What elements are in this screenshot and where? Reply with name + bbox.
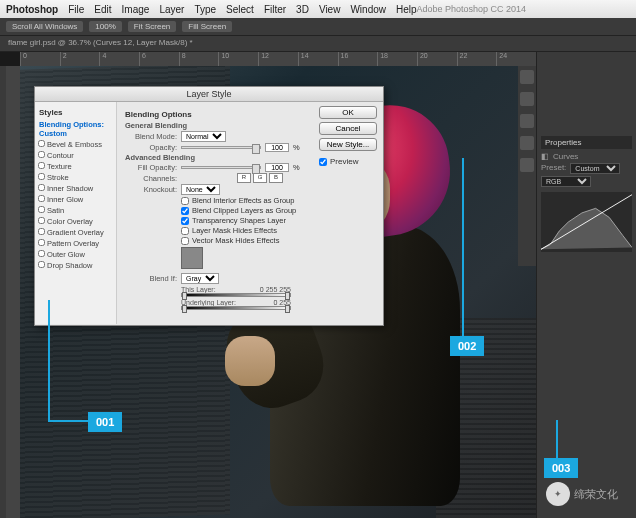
wechat-icon: ✦ (546, 482, 570, 506)
properties-header[interactable]: Properties (541, 136, 632, 149)
knockout-label: Knockout: (125, 185, 177, 194)
sidebar-item-blending[interactable]: Blending Options: Custom (37, 119, 114, 139)
panel-icon[interactable] (520, 136, 534, 150)
fill-slider[interactable] (181, 166, 261, 169)
menu-filter[interactable]: Filter (264, 4, 286, 15)
knockout-select[interactable]: None (181, 184, 220, 195)
channel-g[interactable]: G (253, 173, 267, 183)
sidebar-item-inner-shadow[interactable]: Inner Shadow (37, 183, 114, 194)
opacity-slider[interactable] (181, 146, 261, 149)
sidebar-item-contour[interactable]: Contour (37, 150, 114, 161)
sidebar-item-bevel[interactable]: Bevel & Emboss (37, 139, 114, 150)
sidebar-item-inner-glow[interactable]: Inner Glow (37, 194, 114, 205)
callout-line-2 (462, 158, 464, 338)
preset-label: Preset: (541, 163, 566, 174)
preset-select[interactable]: Custom (570, 163, 620, 174)
options-bar: Scroll All Windows 100% Fit Screen Fill … (0, 18, 636, 36)
dialog-sidebar: Styles Blending Options: Custom Bevel & … (35, 102, 117, 324)
menu-type[interactable]: Type (194, 4, 216, 15)
sidebar-item-texture[interactable]: Texture (37, 161, 114, 172)
menu-help[interactable]: Help (396, 4, 417, 15)
panel-icon[interactable] (520, 114, 534, 128)
dialog-main: Blending Options General Blending Blend … (117, 102, 383, 324)
check-layermask[interactable] (181, 227, 189, 235)
callout-line-1 (48, 300, 50, 420)
sidebar-item-satin[interactable]: Satin (37, 205, 114, 216)
sidebar-item-color-overlay[interactable]: Color Overlay (37, 216, 114, 227)
menu-select[interactable]: Select (226, 4, 254, 15)
color-swatch[interactable] (181, 247, 203, 269)
opacity-input[interactable] (265, 143, 289, 152)
opacity-label: Opacity: (125, 143, 177, 152)
window-title: Adobe Photoshop CC 2014 (416, 0, 526, 18)
cancel-button[interactable]: Cancel (319, 122, 377, 135)
panel-icon[interactable] (520, 70, 534, 84)
sidebar-item-drop-shadow[interactable]: Drop Shadow (37, 260, 114, 271)
panel-icon[interactable] (520, 158, 534, 172)
app-name: Photoshop (6, 4, 58, 15)
opt-100[interactable]: 100% (89, 21, 121, 32)
channel-select[interactable]: RGB (541, 176, 591, 187)
blendif-select[interactable]: Gray (181, 273, 219, 284)
callout-001: 001 (88, 412, 122, 432)
opt-fill[interactable]: Fill Screen (182, 21, 232, 32)
watermark: ✦ 缔荣文化 (546, 482, 618, 506)
menu-image[interactable]: Image (122, 4, 150, 15)
menu-edit[interactable]: Edit (94, 4, 111, 15)
document-tab[interactable]: flame girl.psd @ 36.7% (Curves 12, Layer… (0, 36, 636, 52)
check-transparency[interactable] (181, 217, 189, 225)
ruler-horizontal: 024681012141618202224 (20, 52, 536, 66)
opt-scroll[interactable]: Scroll All Windows (6, 21, 83, 32)
sidebar-item-pattern-overlay[interactable]: Pattern Overlay (37, 238, 114, 249)
channel-b[interactable]: B (269, 173, 283, 183)
styles-header[interactable]: Styles (37, 106, 114, 119)
dialog-title: Layer Style (35, 87, 383, 102)
blend-mode-select[interactable]: Normal (181, 131, 226, 142)
panel-strip (518, 66, 536, 266)
this-layer-slider[interactable]: This Layer:0 255 255 (181, 286, 375, 297)
check-clipped[interactable] (181, 207, 189, 215)
check-interior[interactable] (181, 197, 189, 205)
menu-layer[interactable]: Layer (159, 4, 184, 15)
check-vectormask[interactable] (181, 237, 189, 245)
menu-view[interactable]: View (319, 4, 341, 15)
callout-line-1b (48, 420, 88, 422)
sidebar-item-stroke[interactable]: Stroke (37, 172, 114, 183)
panel-icon[interactable] (520, 92, 534, 106)
adj-type: Curves (553, 152, 578, 161)
opt-fit[interactable]: Fit Screen (128, 21, 176, 32)
right-panels: Properties ◧Curves Preset:Custom RGB (536, 52, 636, 518)
channel-r[interactable]: R (237, 173, 251, 183)
callout-003: 003 (544, 458, 578, 478)
ok-button[interactable]: OK (319, 106, 377, 119)
layer-style-dialog: Layer Style Styles Blending Options: Cus… (34, 86, 384, 326)
sidebar-item-gradient-overlay[interactable]: Gradient Overlay (37, 227, 114, 238)
sidebar-item-outer-glow[interactable]: Outer Glow (37, 249, 114, 260)
ruler-vertical (6, 66, 20, 518)
menu-3d[interactable]: 3D (296, 4, 309, 15)
blendif-label: Blend If: (125, 274, 177, 283)
watermark-text: 缔荣文化 (574, 487, 618, 502)
preview-checkbox[interactable] (319, 158, 327, 166)
callout-line-3 (556, 420, 558, 460)
blend-mode-label: Blend Mode: (125, 132, 177, 141)
curves-icon: ◧ (541, 152, 549, 161)
menu-window[interactable]: Window (350, 4, 386, 15)
tool-bar[interactable] (0, 66, 6, 518)
callout-002: 002 (450, 336, 484, 356)
curves-histogram[interactable] (541, 192, 632, 252)
fill-input[interactable] (265, 163, 289, 172)
channels-label: Channels: (125, 174, 177, 183)
menu-file[interactable]: File (68, 4, 84, 15)
menu-bar: Photoshop File Edit Image Layer Type Sel… (0, 0, 636, 18)
preview-label: Preview (330, 157, 358, 166)
underlying-layer-slider[interactable]: Underlying Layer:0 255 (181, 299, 375, 310)
fill-opacity-label: Fill Opacity: (125, 163, 177, 172)
new-style-button[interactable]: New Style... (319, 138, 377, 151)
